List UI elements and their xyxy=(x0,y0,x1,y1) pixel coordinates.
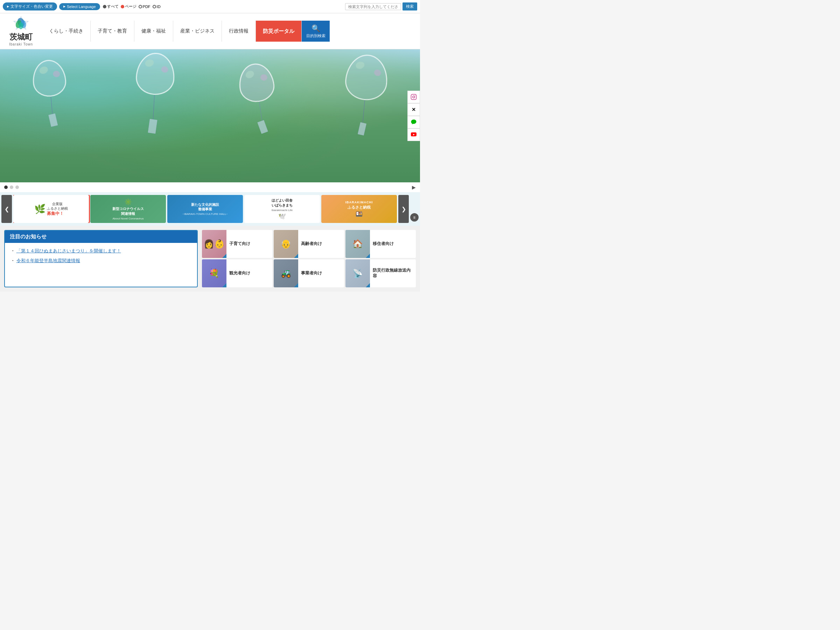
category-grid: 👩‍👶 子育て向け 👴 高齢者向け 🏠 移住者向け 💐 xyxy=(202,230,416,287)
search-icon-large: 🔍 xyxy=(311,24,320,33)
radio-id[interactable]: ID xyxy=(153,5,161,9)
corner-arrow xyxy=(366,283,370,287)
category-business[interactable]: 🚜 事業者向け xyxy=(274,259,344,287)
site-title: 茨城町 xyxy=(9,32,33,43)
line-button[interactable] xyxy=(407,116,420,128)
thumb4-line3: Ibarakimachi Life xyxy=(272,208,293,212)
x-twitter-button[interactable]: ✕ xyxy=(407,103,420,116)
radio-label-pdf: PDF xyxy=(143,5,150,9)
notice-link-2[interactable]: 令和６年能登半島地震関連情報 xyxy=(16,258,80,263)
radio-label-page: ページ xyxy=(125,4,136,9)
strip-next-arrow[interactable]: ❯ xyxy=(398,195,409,223)
thumb2-line2: 関連情報 xyxy=(112,212,144,216)
notices-panel: 注目のお知らせ ・ 「第１４回ひぬまあじさいまつり」を開催します！ ・ 令和６年… xyxy=(4,230,198,287)
thumbnail-rural[interactable]: ほどよい田舎 いばらきまち Ibarakimachi Life 🕊️ xyxy=(244,195,320,223)
radio-page[interactable]: ページ xyxy=(121,4,136,9)
radio-dot-page xyxy=(121,5,124,8)
corner-arrow xyxy=(294,283,298,287)
thumbnail-corporate-furusato[interactable]: 🌿 企業版 ふるさと納税 募集中！ xyxy=(13,195,89,223)
top-utility-bar: 文字サイズ・色合い変更 Select Language すべて ページ PDF … xyxy=(0,0,420,13)
thumbnail-corona[interactable]: ✳️ 新型コロナウイルス 関連情報 About Novel Coronaviru… xyxy=(90,195,166,223)
thumb1-line2: ふるさと納税 xyxy=(47,206,68,211)
corner-arrow xyxy=(222,283,226,287)
category-migration[interactable]: 🏠 移住者向け xyxy=(346,230,416,258)
category-childcare-label: 子育て向け xyxy=(226,230,272,258)
site-subtitle: Ibaraki Town xyxy=(9,43,33,46)
category-disaster-broadcast[interactable]: 📡 防災行政無線放送内容 xyxy=(346,259,416,287)
radio-dot-all xyxy=(103,5,106,8)
thumb3-line1: 新たな文化的施設 xyxy=(182,202,228,207)
nav-item-childcare[interactable]: 子育て・教育 xyxy=(91,21,134,42)
radio-all[interactable]: すべて xyxy=(103,4,118,9)
migration-figure: 🏠 xyxy=(352,239,363,249)
thumb4-line2: いばらきまち xyxy=(272,203,293,208)
language-button[interactable]: Select Language xyxy=(59,3,100,10)
thumbnail-items: 🌿 企業版 ふるさと納税 募集中！ ✳️ 新型コロナウイルス 関連情報 Abou… xyxy=(13,195,397,223)
radio-pdf[interactable]: PDF xyxy=(139,5,150,9)
notices-body: ・ 「第１４回ひぬまあじさいまつり」を開催します！ ・ 令和６年能登半島地震関連… xyxy=(5,243,197,272)
svg-point-6 xyxy=(413,96,415,98)
category-migration-image: 🏠 xyxy=(346,230,370,258)
svg-point-7 xyxy=(415,95,415,96)
wind-chime-1 xyxy=(31,58,70,128)
top-bar-left: 文字サイズ・色合い変更 Select Language xyxy=(3,2,100,11)
wind-chime-decoration xyxy=(0,49,420,182)
nav-item-admin[interactable]: 行政情報 xyxy=(222,21,256,42)
thumbnail-culture-hall[interactable]: 新たな文化的施設 整備事業 ~IBARAKI-TOWN CULTURE HALL… xyxy=(167,195,243,223)
search-input[interactable] xyxy=(345,3,401,10)
search-button[interactable]: 検索 xyxy=(403,2,417,11)
category-childcare[interactable]: 👩‍👶 子育て向け xyxy=(202,230,272,258)
notice-link-1[interactable]: 「第１４回ひぬまあじさいまつり」を開催します！ xyxy=(16,248,121,253)
tourism-figure: 💐 xyxy=(209,268,219,278)
thumb1-line1: 企業版 xyxy=(47,202,68,206)
radio-dot-pdf xyxy=(139,5,142,8)
thumb4-line1: ほどよい田舎 xyxy=(272,198,293,203)
category-migration-label: 移住者向け xyxy=(370,230,416,258)
slider-dot-2[interactable] xyxy=(10,185,13,189)
nav-item-health[interactable]: 健康・福祉 xyxy=(134,21,173,42)
site-header: 茨城町 Ibaraki Town くらし・手続き 子育て・教育 健康・福祉 産業… xyxy=(0,13,420,49)
wind-chime-2 xyxy=(133,52,176,134)
slider-dot-3[interactable] xyxy=(16,185,19,189)
hero-banner: ✕ xyxy=(0,49,420,182)
wind-chime-4 xyxy=(341,53,390,137)
corner-arrow xyxy=(222,254,226,258)
svg-rect-5 xyxy=(411,95,417,100)
corner-arrow xyxy=(366,254,370,258)
font-size-button[interactable]: 文字サイズ・色合い変更 xyxy=(3,2,57,11)
category-childcare-image: 👩‍👶 xyxy=(202,230,226,258)
nav-purpose-search[interactable]: 🔍 目的別検索 xyxy=(302,21,330,42)
search-filter-group: すべて ページ PDF ID xyxy=(103,4,161,9)
thumb5-line1: IBARAKIMACHI xyxy=(346,201,373,204)
main-content-area: 注目のお知らせ ・ 「第１４回ひぬまあじさいまつり」を開催します！ ・ 令和６年… xyxy=(0,226,420,292)
thumbnail-furusato[interactable]: IBARAKIMACHI ふるさと納税 🍱 xyxy=(321,195,397,223)
youtube-button[interactable] xyxy=(407,128,420,141)
thumb2-line1: 新型コロナウイルス xyxy=(112,207,144,212)
notice-item-2: ・ 令和６年能登半島地震関連情報 xyxy=(11,257,191,264)
nav-purpose-label: 目的別検索 xyxy=(306,33,325,38)
slider-dot-1[interactable] xyxy=(4,185,8,189)
slider-next-arrow[interactable]: ▶ xyxy=(412,185,416,190)
category-business-label: 事業者向け xyxy=(298,259,344,287)
category-elderly[interactable]: 👴 高齢者向け xyxy=(274,230,344,258)
radio-dot-id xyxy=(153,5,156,8)
thumb3-line3: ~IBARAKI-TOWN CULTURE HALL~ xyxy=(182,212,228,216)
social-sidebar: ✕ xyxy=(407,91,420,141)
wind-chime-3 xyxy=(237,61,281,136)
thumb5-line2: ふるさと納税 xyxy=(346,205,373,210)
category-disaster-image: 📡 xyxy=(346,259,370,287)
main-navigation: くらし・手続き 子育て・教育 健康・福祉 産業・ビジネス 行政情報 防災ポータル… xyxy=(42,21,420,42)
x-icon: ✕ xyxy=(412,107,416,112)
logo-area[interactable]: 茨城町 Ibaraki Town xyxy=(0,13,42,49)
category-tourism[interactable]: 💐 観光者向け xyxy=(202,259,272,287)
category-elderly-image: 👴 xyxy=(274,230,298,258)
nav-item-disaster[interactable]: 防災ポータル xyxy=(256,21,302,42)
slideshow-pause-button[interactable]: ⏸ xyxy=(410,213,418,221)
category-elderly-label: 高齢者向け xyxy=(298,230,344,258)
strip-prev-arrow[interactable]: ❮ xyxy=(2,195,12,223)
notice-item-1: ・ 「第１４回ひぬまあじさいまつり」を開催します！ xyxy=(11,248,191,254)
instagram-button[interactable] xyxy=(407,91,420,103)
thumb3-line2: 整備事業 xyxy=(182,207,228,212)
nav-item-industry[interactable]: 産業・ビジネス xyxy=(173,21,222,42)
nav-item-living[interactable]: くらし・手続き xyxy=(42,21,91,42)
